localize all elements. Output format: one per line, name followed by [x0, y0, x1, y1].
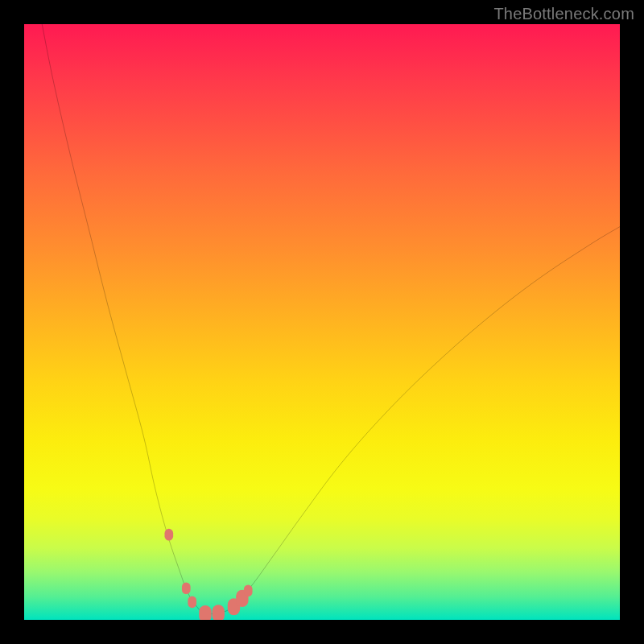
plot-area — [24, 24, 620, 620]
watermark-label: TheBottleneck.com — [493, 5, 634, 23]
curve-marker — [199, 605, 211, 620]
curve-marker — [182, 582, 191, 594]
curve-markers — [164, 529, 252, 620]
bottleneck-curve-path — [42, 24, 620, 614]
curve-marker — [188, 596, 196, 608]
curve-layer — [24, 24, 620, 620]
curve-marker — [213, 605, 225, 620]
curve-marker — [244, 584, 253, 597]
chart-frame: TheBottleneck.com — [0, 0, 644, 644]
curve-marker — [164, 529, 173, 541]
bottleneck-curve — [42, 24, 620, 614]
